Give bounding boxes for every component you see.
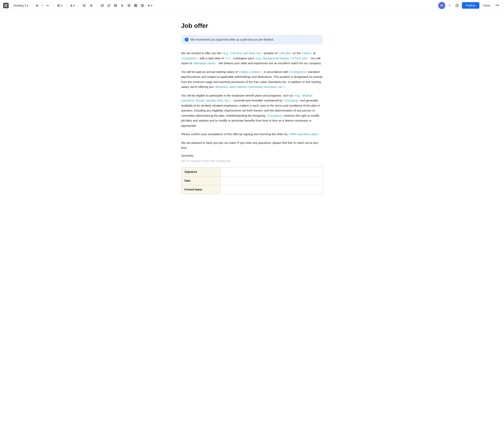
list-group: 1. 2. 3.	[81, 3, 94, 8]
divider-5	[97, 3, 97, 8]
insert-group: ▾	[99, 3, 154, 8]
svg-rect-14	[91, 5, 92, 6]
svg-rect-3	[57, 5, 59, 6]
printed-name-label: Printed Name	[181, 185, 221, 194]
image-button[interactable]	[112, 3, 119, 8]
contact-placeholder: HR or manager name HR contact info	[181, 159, 323, 163]
svg-point-9	[83, 6, 83, 7]
signature-value[interactable]	[221, 167, 323, 176]
svg-point-21	[128, 4, 130, 7]
publish-button[interactable]: Publish	[462, 2, 479, 9]
paragraph-4: Please confirm your acceptance of this o…	[181, 132, 323, 137]
close-button[interactable]: Close	[481, 3, 492, 8]
align-button[interactable]: ▾	[56, 3, 64, 8]
svg-point-7	[83, 5, 83, 6]
svg-point-22	[128, 5, 129, 5]
toolbar-right: CK + Publish Close •••	[438, 2, 501, 9]
signature-table: Signature Date Printed Name	[181, 167, 323, 194]
app-logo	[3, 3, 9, 8]
sincerely-text: Sincerely,	[181, 154, 323, 157]
divider-3	[66, 3, 67, 8]
svg-rect-34	[457, 4, 458, 7]
paragraph-2: You will be paid an annual starting sala…	[181, 69, 323, 89]
add-collaborator-button[interactable]: +	[447, 3, 452, 8]
svg-rect-16	[91, 6, 92, 7]
paragraph-3: You will be eligible to participate in t…	[181, 93, 323, 128]
date-value[interactable]	[221, 176, 323, 185]
table-button[interactable]	[133, 3, 139, 8]
page-title: Job offer	[181, 22, 323, 29]
table-row: Signature	[181, 167, 323, 176]
heading-selector[interactable]: Heading 2 ▾	[12, 3, 30, 8]
numbered-list-button[interactable]: 1. 2. 3.	[88, 3, 94, 8]
paragraph-1: We are excited to offer you the <e.g., F…	[181, 51, 323, 66]
layout-button[interactable]	[139, 3, 145, 8]
banner-text: We recommend you export this letter as a…	[191, 38, 274, 41]
bold-button[interactable]: B	[35, 3, 40, 8]
divider-2	[53, 3, 53, 8]
toolbar: Heading 2 ▾ B I ••• ▾ A ▾	[0, 0, 504, 11]
svg-rect-33	[456, 4, 457, 7]
table-row: Printed Name	[181, 185, 323, 194]
info-icon: i	[185, 38, 189, 41]
info-banner: i We recommend you export this letter as…	[181, 35, 323, 44]
more-options-button[interactable]: •••	[494, 3, 501, 8]
text-format-group: B I •••	[35, 3, 51, 8]
svg-rect-30	[143, 4, 144, 7]
avatar: CK	[438, 2, 445, 9]
svg-rect-8	[84, 5, 86, 6]
signature-label: Signature	[181, 167, 221, 176]
svg-rect-17	[101, 4, 103, 7]
bullet-list-button[interactable]	[81, 3, 87, 8]
toggle-view-button[interactable]	[454, 2, 460, 9]
svg-rect-24	[135, 4, 137, 7]
more-formatting-button[interactable]: •••	[45, 3, 51, 8]
table-row: Date	[181, 176, 323, 185]
svg-rect-10	[84, 6, 86, 7]
svg-rect-12	[91, 5, 92, 5]
insert-button[interactable]: ▾	[146, 3, 154, 8]
task-button[interactable]	[99, 3, 105, 8]
printed-name-value[interactable]	[221, 185, 323, 194]
divider-4	[78, 3, 79, 8]
content-area: Job offer i We recommend you export this…	[173, 11, 331, 210]
svg-point-5	[83, 4, 83, 5]
paragraph-5: We are pleased to have you join our team…	[181, 140, 323, 150]
svg-text:3.: 3.	[90, 6, 90, 7]
svg-rect-2	[57, 5, 60, 5]
svg-rect-4	[57, 6, 60, 7]
svg-rect-29	[141, 4, 142, 7]
text-color-button[interactable]: A ▾	[69, 3, 76, 8]
italic-button[interactable]: I	[40, 3, 44, 8]
emoji-button[interactable]	[126, 3, 132, 8]
mention-button[interactable]	[119, 3, 126, 8]
link-button[interactable]	[106, 3, 112, 8]
date-label: Date	[181, 176, 221, 185]
svg-point-23	[129, 5, 130, 5]
svg-rect-6	[84, 5, 86, 5]
